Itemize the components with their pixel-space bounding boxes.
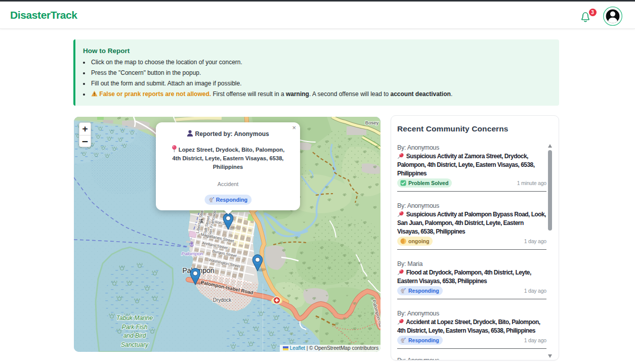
svg-text:Tabuk Marine: Tabuk Marine [116, 314, 153, 322]
svg-text:and Bird: and Bird [123, 332, 146, 339]
svg-text:Bosey: Bosey [365, 120, 379, 125]
svg-text:Drydock: Drydock [213, 297, 232, 303]
svg-text:Park Fish: Park Fish [122, 324, 148, 331]
svg-text:Palompon: Palompon [182, 251, 203, 256]
svg-text:Sanctuary: Sanctuary [121, 341, 149, 348]
